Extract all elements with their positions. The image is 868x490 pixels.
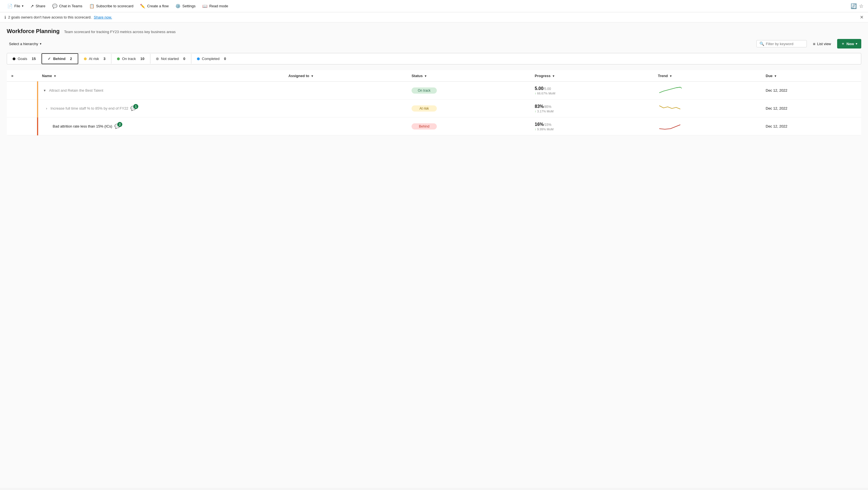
expand-cell-row2 (7, 99, 38, 118)
name-cell-row1: ▾ Attract and Retain the Best Talent (38, 81, 284, 99)
progress-value-row2: 83%/85% (535, 104, 649, 109)
assigned-col-label: Assigned to (288, 74, 309, 78)
behind-label: Behind (53, 57, 65, 61)
tab-not-started[interactable]: Not started 0 (150, 54, 191, 64)
tab-goals[interactable]: Goals 15 (7, 54, 41, 64)
trend-chart-row3 (658, 121, 683, 131)
alert-share-link[interactable]: Share now. (94, 15, 112, 19)
tab-on-track[interactable]: On track 10 (112, 54, 150, 64)
not-started-dot-icon (156, 58, 159, 60)
not-started-count: 0 (183, 57, 185, 61)
create-flow-button[interactable]: ✏️ Create a flow (137, 2, 172, 10)
tab-at-risk[interactable]: At risk 3 (78, 54, 112, 64)
status-cell-row1: On track (407, 81, 530, 99)
list-view-button[interactable]: ≡ List view (810, 40, 834, 48)
assigned-cell-row1 (284, 81, 407, 99)
completed-label: Completed (202, 57, 220, 61)
goal-name-row3: Bad attrition rate less than 15% (ICs) 💬… (45, 124, 279, 129)
due-cell-row2: Dec 12, 2022 (761, 99, 861, 118)
hierarchy-select[interactable]: Select a hierarchy ▾ (7, 41, 44, 47)
new-label: New (846, 42, 854, 46)
th-expand: » (7, 70, 38, 81)
new-chevron-icon: ▾ (856, 42, 857, 46)
progress-number-row1: 5.00 (535, 86, 544, 91)
expand-button-row1[interactable]: ▾ (43, 88, 47, 93)
trend-chart-row1 (658, 85, 683, 95)
tab-behind[interactable]: ✓ Behind 2 (41, 53, 78, 64)
table-row: Bad attrition rate less than 15% (ICs) 💬… (7, 118, 861, 135)
alert-message: 2 goals owners don't have access to this… (8, 15, 91, 19)
progress-mom-row3: ↑ 9.99% MoM (535, 128, 649, 131)
name-col-label: Name (42, 74, 52, 78)
progress-value-row3: 16%/15% (535, 122, 649, 127)
subscribe-button[interactable]: 📋 Subscribe to scorecard (86, 2, 136, 10)
comment-badge-row2: 1 (133, 104, 138, 109)
tab-completed[interactable]: Completed 0 (191, 54, 232, 64)
star-icon[interactable]: ☆ (859, 3, 864, 9)
search-input[interactable] (766, 42, 804, 46)
trend-col-label: Trend (658, 74, 668, 78)
arrow-up-icon-row2: ↑ (535, 109, 536, 113)
trend-chart-row2 (658, 103, 683, 113)
file-menu[interactable]: 📄 File ▾ (4, 2, 26, 10)
progress-number-row2: 83% (535, 104, 544, 109)
page-header: Workforce Planning Team scorecard for tr… (7, 28, 861, 34)
status-cell-row3: Behind (407, 118, 530, 135)
new-button[interactable]: ＋ New ▾ (837, 39, 861, 48)
settings-button[interactable]: ⚙️ Settings (173, 2, 198, 10)
file-chevron-icon: ▾ (22, 4, 24, 8)
at-risk-dot-icon (84, 58, 87, 60)
file-label: File (14, 4, 20, 8)
status-cell-row2: At risk (407, 99, 530, 118)
th-assigned[interactable]: Assigned to ▾ (284, 70, 407, 81)
chat-in-teams-button[interactable]: 💬 Chat in Teams (50, 2, 85, 10)
chat-in-teams-label: Chat in Teams (59, 4, 83, 8)
refresh-icon[interactable]: 🔄 (850, 3, 857, 9)
flow-icon: ✏️ (140, 4, 145, 9)
at-risk-count: 3 (103, 57, 105, 61)
trend-sort-icon: ▾ (670, 74, 672, 78)
progress-mom-row1: ↑ 66.67% MoM (535, 92, 649, 95)
th-progress[interactable]: Progress ▾ (530, 70, 653, 81)
progress-col-label: Progress (535, 74, 551, 78)
progress-number-row3: 16% (535, 122, 544, 127)
completed-dot-icon (197, 58, 200, 60)
due-date-row2: Dec 12, 2022 (766, 106, 787, 110)
goals-label: Goals (18, 57, 27, 61)
progress-cell-row1: 5.00/5.00 ↑ 66.67% MoM (530, 81, 653, 99)
expand-cell-row3 (7, 118, 38, 135)
expand-button-row2[interactable]: › (45, 106, 48, 111)
arrow-up-icon-row1: ↑ (535, 92, 536, 95)
goal-name-text-row1: Attract and Retain the Best Talent (49, 88, 103, 93)
check-icon: ✓ (48, 57, 51, 61)
controls-row: Select a hierarchy ▾ 🔍 ≡ List view ＋ New… (7, 39, 861, 48)
share-button[interactable]: ↗ Share (28, 2, 48, 10)
at-risk-label: At risk (89, 57, 99, 61)
settings-icon: ⚙️ (175, 4, 181, 9)
page-subtitle: Team scorecard for tracking FY23 metrics… (64, 30, 176, 34)
alert-banner: ℹ 2 goals owners don't have access to th… (0, 12, 868, 23)
status-badge-row3: Behind (411, 123, 437, 130)
table-row: › Increase full time staff % to 85% by e… (7, 99, 861, 118)
th-name[interactable]: Name ▾ (38, 70, 284, 81)
hierarchy-chevron-icon: ▾ (40, 42, 41, 46)
th-status[interactable]: Status ▾ (407, 70, 530, 81)
progress-target-row3: /15% (544, 123, 551, 127)
status-col-label: Status (411, 74, 423, 78)
progress-target-row2: /85% (544, 105, 551, 109)
name-sort-icon: ▾ (54, 74, 56, 78)
name-cell-row3: Bad attrition rate less than 15% (ICs) 💬… (38, 118, 284, 135)
alert-close-button[interactable]: ✕ (860, 14, 864, 20)
expand-all-icon[interactable]: » (11, 73, 13, 78)
completed-count: 0 (224, 57, 226, 61)
read-mode-button[interactable]: 📖 Read mode (199, 2, 231, 10)
th-trend[interactable]: Trend ▾ (653, 70, 761, 81)
share-icon: ↗ (30, 4, 34, 9)
trend-cell-row3 (653, 118, 761, 135)
expand-cell (7, 81, 38, 99)
subscribe-label: Subscribe to scorecard (96, 4, 133, 8)
goal-name-row1: ▾ Attract and Retain the Best Talent (43, 88, 279, 93)
progress-mom-row2: ↑ 3.17% MoM (535, 109, 649, 113)
chat-icon: 💬 (52, 4, 58, 9)
th-due[interactable]: Due ▾ (761, 70, 861, 81)
